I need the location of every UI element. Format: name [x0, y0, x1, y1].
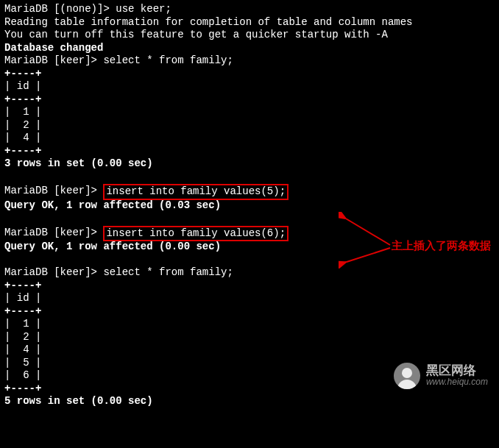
table-border: +----+: [4, 280, 495, 293]
table-row: | 1 |: [4, 106, 495, 119]
table-row: | 4 |: [4, 132, 495, 145]
table-border: +----+: [4, 145, 495, 158]
table-row: | 2 |: [4, 331, 495, 344]
watermark-text: 黑区网络 www.heiqu.com: [426, 364, 488, 388]
terminal-line: You can turn off this feature to get a q…: [4, 29, 495, 42]
table-header: | id |: [4, 80, 495, 93]
table-row: | 4 |: [4, 344, 495, 357]
table-border: +----+: [4, 68, 495, 81]
prompt: MariaDB [keer]>: [4, 185, 103, 196]
terminal-line: Reading table information for completion…: [4, 16, 495, 29]
terminal-line: MariaDB [keer]> select * from family;: [4, 54, 495, 68]
db-changed: Database changed: [4, 42, 495, 55]
terminal-line: MariaDB [(none)]> use keer;: [4, 3, 495, 16]
watermark: 黑区网络 www.heiqu.com: [394, 363, 488, 389]
table-row: | 1 |: [4, 318, 495, 331]
result-summary: 5 rows in set (0.00 sec): [4, 395, 495, 408]
terminal-line: [4, 254, 495, 267]
mushroom-icon: [394, 363, 420, 389]
terminal-line: MariaDB [keer]> select * from family;: [4, 266, 495, 280]
insert-line-1: MariaDB [keer]> insert into family value…: [4, 183, 495, 199]
svg-line-1: [344, 218, 390, 245]
annotation-text: 主上插入了两条数据: [392, 239, 491, 253]
highlight-box-1: insert into family values(5);: [103, 184, 289, 200]
table-border: +----+: [4, 93, 495, 107]
query-ok: Query OK, 1 row affected (0.03 sec): [4, 199, 495, 213]
insert-line-2: MariaDB [keer]> insert into family value…: [4, 225, 495, 241]
table-border: +----+: [4, 305, 495, 319]
terminal-line: [4, 212, 495, 225]
result-summary: 3 rows in set (0.00 sec): [4, 157, 495, 171]
terminal-line: [4, 171, 495, 184]
watermark-en: www.heiqu.com: [426, 377, 488, 388]
watermark-cn: 黑区网络: [426, 364, 488, 377]
table-row: | 2 |: [4, 119, 495, 132]
arrow-1-icon: [339, 212, 397, 249]
prompt: MariaDB [keer]>: [4, 227, 103, 238]
highlight-box-2: insert into family values(6);: [103, 226, 289, 242]
svg-line-3: [344, 248, 390, 263]
table-header: | id |: [4, 292, 495, 305]
arrow-2-icon: [339, 246, 397, 269]
